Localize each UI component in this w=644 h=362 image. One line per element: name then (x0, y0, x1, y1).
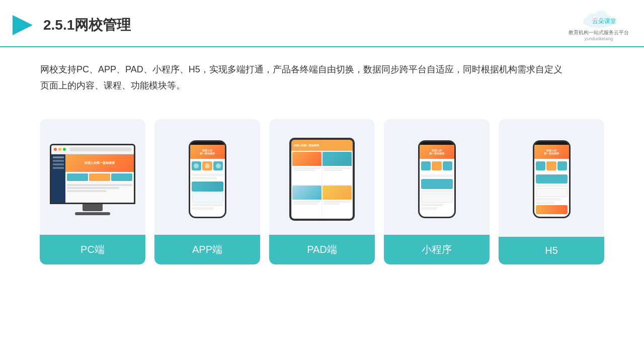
tablet-top-bar: 职涯人的第一堂知课课 (291, 140, 353, 151)
logo-url: yunduoketang (585, 36, 613, 41)
phone-mockup-app: 职涯人的第一堂知课课 (189, 140, 226, 218)
tablet-screen: 职涯人的第一堂知课课 (291, 140, 353, 219)
pc-monitor: 职涯人的第一堂知课课 (50, 144, 135, 204)
pc-base (75, 212, 110, 215)
tablet-mockup: 职涯人的第一堂知课课 (289, 138, 355, 221)
phone-body-h5: 职涯人的第一堂知课课 (533, 140, 571, 218)
tablet-body: 职涯人的第一堂知课课 (289, 138, 355, 221)
label-h5: H5 (499, 237, 604, 264)
card-pc: 职涯人的第一堂知课课 (40, 119, 145, 264)
card-miniapp: 职涯人的第一堂知课课 (384, 119, 490, 264)
label-pc: PC端 (40, 235, 145, 264)
play-icon (10, 13, 35, 38)
svg-text:云朵课堂: 云朵课堂 (592, 18, 616, 25)
page-title: 2.5.1网校管理 (43, 16, 131, 35)
header-left: 2.5.1网校管理 (10, 13, 131, 38)
card-pad: 职涯人的第一堂知课课 (269, 119, 375, 264)
h5-image: 职涯人的第一堂知课课 (506, 129, 597, 230)
header: 2.5.1网校管理 云朵课堂 教育机构一站式服务云平台 yunduoketang (0, 0, 644, 47)
pad-image: 职涯人的第一堂知课课 (277, 129, 367, 230)
app-image: 职涯人的第一堂知课课 (162, 129, 253, 230)
miniapp-image: 职涯人的第一堂知课课 (391, 129, 482, 230)
phone-mockup-h5: 职涯人的第一堂知课课 (533, 140, 571, 218)
card-h5: 职涯人的第一堂知课课 (499, 119, 604, 264)
pc-stand (83, 204, 103, 211)
phone-body-app: 职涯人的第一堂知课课 (189, 140, 226, 218)
phone-body-mini: 职涯人的第一堂知课课 (418, 140, 456, 218)
description-content: 网校支持PC、APP、PAD、小程序、H5，实现多端打通，产品各终端自由切换，数… (40, 61, 569, 94)
svg-marker-0 (13, 15, 33, 35)
description-text: 网校支持PC、APP、PAD、小程序、H5，实现多端打通，产品各终端自由切换，数… (0, 47, 644, 99)
label-miniapp: 小程序 (384, 235, 490, 264)
cloud-logo-icon: 云朵课堂 (579, 9, 619, 29)
logo-area: 云朵课堂 教育机构一站式服务云平台 yunduoketang (569, 9, 629, 41)
pc-mockup: 职涯人的第一堂知课课 (50, 144, 135, 215)
phone-mockup-mini: 职涯人的第一堂知课课 (418, 140, 456, 218)
label-app: APP端 (154, 235, 260, 264)
pc-image: 职涯人的第一堂知课课 (47, 129, 138, 230)
logo-tagline: 教育机构一站式服务云平台 (569, 29, 629, 36)
label-pad: PAD端 (269, 235, 375, 264)
cards-container: 职涯人的第一堂知课课 (0, 104, 644, 275)
card-app: 职涯人的第一堂知课课 (154, 119, 260, 264)
